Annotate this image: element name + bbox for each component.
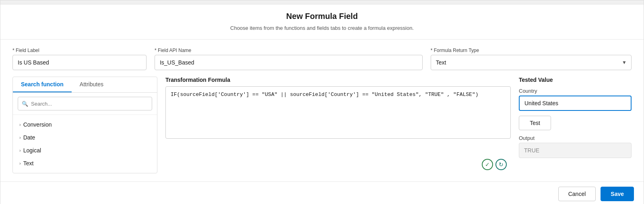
field-api-input[interactable] <box>155 55 423 70</box>
chevron-right-icon: › <box>19 148 21 153</box>
modal-body: * Field Label * Field API Name * Formula… <box>0 40 644 181</box>
formula-textarea[interactable]: IF(sourceField['Country'] == "USA" || so… <box>165 86 511 139</box>
tree-item-label: Logical <box>23 147 41 154</box>
main-content: Search function Attributes 🔍 › Conversio… <box>12 77 632 173</box>
formula-return-type-select[interactable]: Text Number Date Boolean <box>431 55 632 70</box>
refresh-formula-button[interactable]: ↻ <box>495 159 507 170</box>
tree-item-text[interactable]: › Text <box>13 157 157 170</box>
chevron-right-icon: › <box>19 135 21 140</box>
modal-header: New Formula Field Choose items from the … <box>0 4 644 40</box>
test-button-wrapper: Test <box>519 116 632 130</box>
tree-list: › Conversion › Date › Logical › Text <box>13 115 157 173</box>
tab-attributes[interactable]: Attributes <box>72 77 111 92</box>
test-button[interactable]: Test <box>519 116 551 130</box>
modal-footer: Cancel Save <box>0 181 644 204</box>
field-return-group: * Formula Return Type Text Number Date B… <box>431 48 632 70</box>
save-button[interactable]: Save <box>601 187 634 201</box>
field-return-label: * Formula Return Type <box>431 48 632 53</box>
tree-item-date[interactable]: › Date <box>13 131 157 144</box>
search-input-container: 🔍 <box>18 97 152 110</box>
country-field-group: Country <box>519 88 632 111</box>
field-label-input[interactable] <box>12 55 147 70</box>
tree-item-conversion[interactable]: › Conversion <box>13 118 157 131</box>
right-panel: Tested Value Country Test Output TRUE <box>519 77 632 173</box>
formula-label: Transformation Formula <box>165 77 511 83</box>
formula-icons: ✓ ↻ <box>482 159 507 170</box>
field-api-label: * Field API Name <box>155 48 423 53</box>
validate-formula-button[interactable]: ✓ <box>482 159 493 170</box>
top-bar <box>0 0 644 4</box>
chevron-right-icon: › <box>19 122 21 127</box>
field-row: * Field Label * Field API Name * Formula… <box>12 48 632 70</box>
field-label-label: * Field Label <box>12 48 147 53</box>
modal-subtitle: Choose items from the functions and fiel… <box>0 25 644 35</box>
modal-overlay: New Formula Field Choose items from the … <box>0 0 644 204</box>
search-icon: 🔍 <box>22 101 28 107</box>
tree-item-label: Date <box>23 134 35 141</box>
cancel-button[interactable]: Cancel <box>558 187 596 201</box>
center-panel: Transformation Formula IF(sourceField['C… <box>165 77 511 173</box>
field-label-group: * Field Label <box>12 48 147 70</box>
tab-bar: Search function Attributes <box>13 77 157 93</box>
tree-item-logical[interactable]: › Logical <box>13 144 157 157</box>
country-label: Country <box>519 88 632 94</box>
country-input[interactable] <box>519 96 632 111</box>
tab-search-function[interactable]: Search function <box>13 77 72 92</box>
search-wrapper: 🔍 <box>13 93 157 115</box>
tree-item-label: Conversion <box>23 121 52 128</box>
output-label: Output <box>519 135 632 141</box>
formula-editor-wrapper: IF(sourceField['Country'] == "USA" || so… <box>165 86 511 173</box>
chevron-right-icon: › <box>19 161 21 166</box>
function-search-input[interactable] <box>18 97 152 110</box>
tree-item-label: Text <box>23 160 34 167</box>
modal-title: New Formula Field <box>0 12 644 21</box>
field-api-group: * Field API Name <box>155 48 423 70</box>
return-type-wrapper: Text Number Date Boolean ▼ <box>431 55 632 70</box>
tested-value-title: Tested Value <box>519 77 632 83</box>
output-value: TRUE <box>519 143 632 158</box>
left-panel: Search function Attributes 🔍 › Conversio… <box>12 77 157 173</box>
output-group: Output TRUE <box>519 135 632 158</box>
